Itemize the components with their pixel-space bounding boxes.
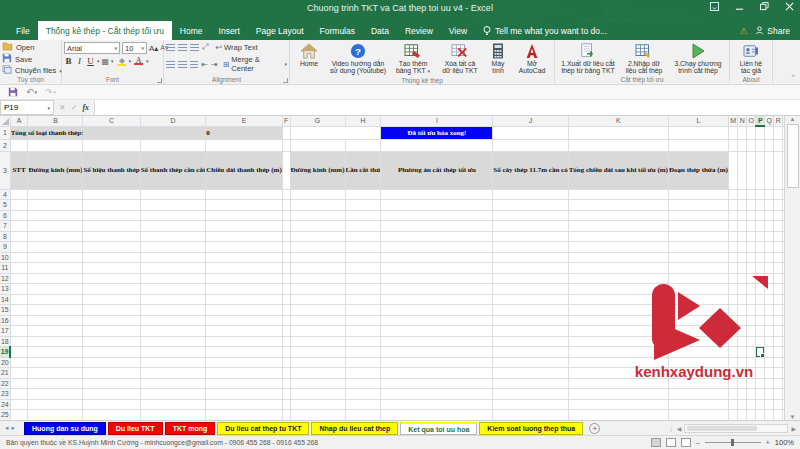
cell-R12[interactable] — [774, 273, 783, 284]
row-header-18[interactable]: 18 — [0, 336, 10, 347]
cell-N1[interactable] — [738, 126, 747, 139]
cell-O21[interactable] — [747, 368, 756, 379]
cell-H25[interactable] — [345, 410, 381, 421]
normal-view-button[interactable] — [651, 438, 661, 447]
cell-I11[interactable] — [381, 263, 493, 274]
hscroll-left-icon[interactable]: ◀ — [677, 425, 682, 432]
cell-C14[interactable] — [83, 294, 140, 305]
zoom-in-button[interactable]: + — [766, 439, 770, 446]
cell-C24[interactable] — [83, 399, 140, 410]
cell-K21[interactable] — [568, 368, 668, 379]
cell-G2[interactable] — [290, 139, 345, 151]
cell-L10[interactable] — [668, 252, 728, 263]
cell-O7[interactable] — [747, 221, 756, 232]
cell-O12[interactable] — [747, 273, 756, 284]
cell-Q19[interactable] — [765, 347, 774, 358]
cell-I23[interactable] — [381, 389, 493, 400]
cell-D13[interactable] — [140, 284, 206, 295]
cell-M9[interactable] — [728, 242, 738, 253]
cell-Q14[interactable] — [765, 294, 774, 305]
cell-P5[interactable] — [756, 200, 765, 211]
cell-F17[interactable] — [282, 326, 290, 337]
cell-A21[interactable] — [10, 368, 28, 379]
cell-O16[interactable] — [747, 315, 756, 326]
cell-M5[interactable] — [728, 200, 738, 211]
ribbon-display-options-icon[interactable] — [710, 2, 719, 11]
cell-L25[interactable] — [668, 410, 728, 421]
cell-K20[interactable] — [568, 357, 668, 368]
col-header-B[interactable]: B — [28, 116, 83, 126]
cell-H6[interactable] — [345, 210, 381, 221]
cell-J14[interactable] — [493, 294, 568, 305]
row-header-2[interactable]: 2 — [0, 139, 10, 151]
cell-A18[interactable] — [10, 336, 28, 347]
cell-E20[interactable] — [206, 357, 282, 368]
col-header-C[interactable]: C — [83, 116, 140, 126]
cell-A19[interactable] — [10, 347, 28, 358]
cell-H9[interactable] — [345, 242, 381, 253]
cell-M15[interactable] — [728, 305, 738, 316]
cell-J15[interactable] — [493, 305, 568, 316]
cell-C4[interactable] — [83, 189, 140, 200]
insert-function-button[interactable]: fx — [82, 103, 89, 112]
cell-P1[interactable] — [756, 126, 765, 139]
row-header-1[interactable]: 1 — [0, 126, 10, 139]
cell-F15[interactable] — [282, 305, 290, 316]
cell-B8[interactable] — [28, 231, 83, 242]
cell-Q18[interactable] — [765, 336, 774, 347]
cell-J12[interactable] — [493, 273, 568, 284]
cell-M10[interactable] — [728, 252, 738, 263]
sheet-nav-arrows[interactable]: ◂▸ — [5, 424, 18, 432]
cell-Q20[interactable] — [765, 357, 774, 368]
cell-R16[interactable] — [774, 315, 783, 326]
cell-C12[interactable] — [83, 273, 140, 284]
cell-M14[interactable] — [728, 294, 738, 305]
cell-A8[interactable] — [10, 231, 28, 242]
cell-F22[interactable] — [282, 378, 290, 389]
cell-R6[interactable] — [774, 210, 783, 221]
cell-K17[interactable] — [568, 326, 668, 337]
sheet-tab-kiem-soat-luong-thep-thua[interactable]: Kiem soat luong thep thua — [479, 422, 583, 435]
ribbon-tab-insert[interactable]: Insert — [211, 21, 248, 40]
cell-Q12[interactable] — [765, 273, 774, 284]
cell-N13[interactable] — [738, 284, 747, 295]
cell-I18[interactable] — [381, 336, 493, 347]
cell-E19[interactable] — [206, 347, 282, 358]
cell-C7[interactable] — [83, 221, 140, 232]
increase-indent-button[interactable]: ⇥ — [211, 60, 218, 69]
cell-H18[interactable] — [345, 336, 381, 347]
ribbon-tab-view[interactable]: View — [441, 21, 475, 40]
cell-Q17[interactable] — [765, 326, 774, 337]
cell-E10[interactable] — [206, 252, 282, 263]
cell-F23[interactable] — [282, 389, 290, 400]
cell-header-J3[interactable]: Số cây thép 11.7m cần có — [493, 151, 568, 189]
cell-L6[interactable] — [668, 210, 728, 221]
cell-E6[interactable] — [206, 210, 282, 221]
cell-B14[interactable] — [28, 294, 83, 305]
zoom-slider[interactable] — [705, 442, 761, 443]
cell-B22[interactable] — [28, 378, 83, 389]
cell-B2[interactable] — [28, 139, 83, 151]
cell-P14[interactable] — [756, 294, 765, 305]
row-header-8[interactable]: 8 — [0, 231, 10, 242]
cell-N15[interactable] — [738, 305, 747, 316]
cell-C6[interactable] — [83, 210, 140, 221]
cell-G4[interactable] — [290, 189, 345, 200]
cell-header-B3[interactable]: Đường kính (mm) — [28, 151, 83, 189]
sheet-tab-tkt-mong[interactable]: TKT mong — [165, 422, 216, 435]
close-button[interactable] — [785, 2, 794, 11]
qat-save-button[interactable] — [8, 87, 18, 97]
cell-F6[interactable] — [282, 210, 290, 221]
cell-K10[interactable] — [568, 252, 668, 263]
cell-D22[interactable] — [140, 378, 206, 389]
cell-R18[interactable] — [774, 336, 783, 347]
cell-C19[interactable] — [83, 347, 140, 358]
button-m-y-t-nh[interactable]: Máytính — [484, 41, 512, 75]
cell-C20[interactable] — [83, 357, 140, 368]
cell-P24[interactable] — [756, 399, 765, 410]
cell-H11[interactable] — [345, 263, 381, 274]
zoom-level[interactable]: 100% — [775, 438, 794, 447]
cell-H22[interactable] — [345, 378, 381, 389]
cell-D4[interactable] — [140, 189, 206, 200]
align-right-icon[interactable] — [190, 61, 199, 68]
